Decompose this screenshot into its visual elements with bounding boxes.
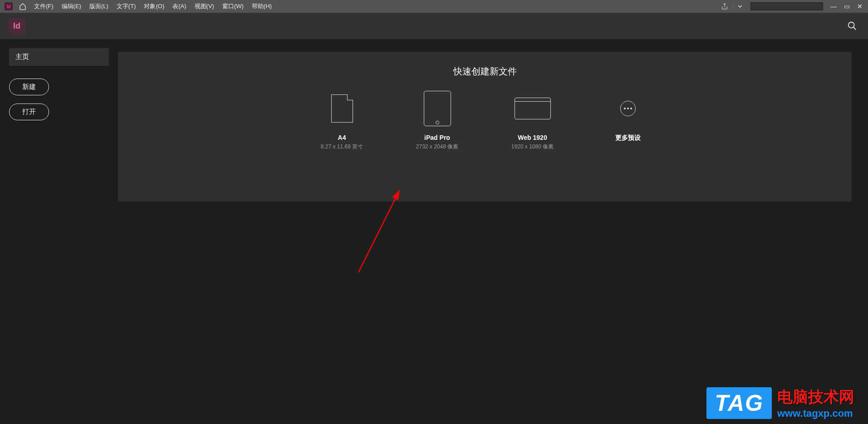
preset-dims: 8.27 x 11.69 英寸 [310, 143, 374, 151]
close-button[interactable]: ✕ [853, 3, 866, 10]
preset-a4[interactable]: A4 8.27 x 11.69 英寸 [310, 90, 374, 151]
menu-edit[interactable]: 编辑(E) [58, 0, 85, 13]
content-area: 快速创建新文件 A4 8.27 x 11.69 英寸 iPad Pro 2732… [118, 39, 868, 424]
share-icon[interactable] [716, 3, 733, 10]
more-icon [620, 101, 636, 116]
maximize-button[interactable]: ▭ [840, 3, 853, 10]
menu-file[interactable]: 文件(F) [30, 0, 58, 13]
workspace-dropdown[interactable] [733, 4, 747, 9]
search-icon[interactable] [844, 18, 860, 34]
tab-home[interactable]: 主页 [9, 48, 109, 66]
menu-table[interactable]: 表(A) [168, 0, 190, 13]
preset-more[interactable]: 更多预设 [596, 90, 660, 151]
menu-type[interactable]: 文字(T) [113, 0, 140, 13]
preset-dims: 2732 x 2048 像素 [406, 143, 469, 151]
quick-create-panel: 快速创建新文件 A4 8.27 x 11.69 英寸 iPad Pro 2732… [118, 52, 852, 202]
menu-object[interactable]: 对象(O) [140, 0, 168, 13]
open-button[interactable]: 打开 [9, 104, 49, 120]
home-icon[interactable] [15, 3, 30, 10]
preset-web-1920[interactable]: Web 1920 1920 x 1080 像素 [501, 90, 564, 151]
preset-name: iPad Pro [406, 134, 469, 141]
menu-help[interactable]: 帮助(H) [248, 0, 276, 13]
tablet-icon [424, 91, 451, 126]
browser-icon [515, 98, 551, 119]
preset-name: Web 1920 [501, 134, 564, 141]
id-badge: Id [8, 18, 25, 34]
secondary-bar: Id [0, 13, 868, 39]
preset-row: A4 8.27 x 11.69 英寸 iPad Pro 2732 x 2048 … [127, 90, 843, 151]
watermark-tag: TAG [706, 387, 772, 419]
svg-line-1 [853, 27, 856, 30]
top-search-input[interactable] [750, 2, 823, 10]
panel-title: 快速创建新文件 [127, 65, 843, 78]
watermark-url: www.tagxp.com [777, 408, 854, 419]
preset-name: 更多预设 [596, 134, 660, 142]
app-icon: Id [5, 2, 13, 10]
page-icon [331, 94, 353, 123]
watermark-cn: 电脑技术网 [777, 387, 854, 408]
minimize-button[interactable]: — [827, 3, 840, 10]
svg-point-0 [848, 22, 854, 28]
menu-layout[interactable]: 版面(L) [85, 0, 113, 13]
menu-window[interactable]: 窗口(W) [218, 0, 248, 13]
menu-bar: Id 文件(F) 编辑(E) 版面(L) 文字(T) 对象(O) 表(A) 视图… [0, 0, 868, 13]
watermark: TAG 电脑技术网 www.tagxp.com [706, 387, 854, 419]
main-area: 主页 新建 打开 快速创建新文件 A4 8.27 x 11.69 英寸 iPad… [0, 39, 868, 424]
preset-ipad-pro[interactable]: iPad Pro 2732 x 2048 像素 [406, 90, 469, 151]
new-button[interactable]: 新建 [9, 79, 49, 95]
menu-view[interactable]: 视图(V) [191, 0, 218, 13]
preset-name: A4 [310, 134, 374, 141]
sidebar: 主页 新建 打开 [0, 39, 118, 424]
preset-dims: 1920 x 1080 像素 [501, 143, 564, 151]
